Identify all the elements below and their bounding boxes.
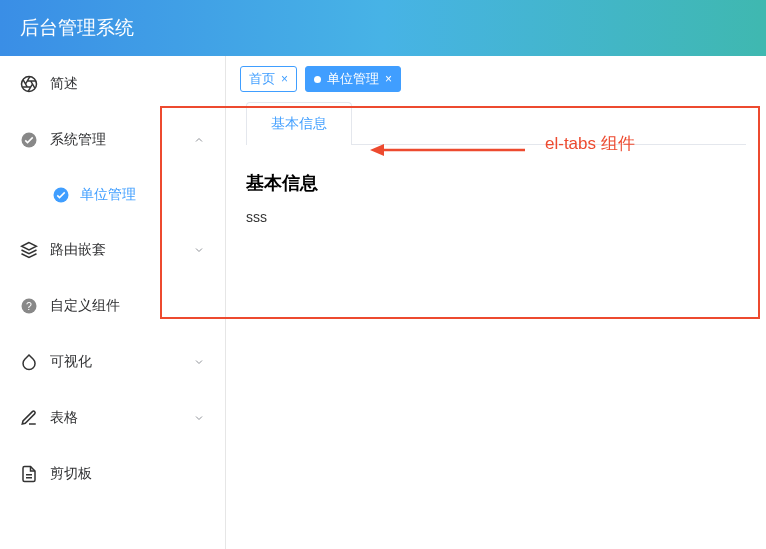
sidebar-item-label: 自定义组件	[50, 297, 120, 315]
sidebar-subitem-unit[interactable]: 单位管理	[0, 168, 225, 222]
sidebar-item-routes[interactable]: 路由嵌套	[0, 222, 225, 278]
drop-icon	[20, 353, 38, 371]
active-dot-icon	[314, 76, 321, 83]
chevron-down-icon	[193, 356, 205, 368]
chevron-down-icon	[193, 244, 205, 256]
sidebar-item-label: 路由嵌套	[50, 241, 106, 259]
tag-label: 单位管理	[327, 70, 379, 88]
svg-marker-3	[22, 243, 37, 251]
chevron-down-icon	[193, 412, 205, 424]
sidebar-item-label: 系统管理	[50, 131, 106, 149]
close-icon[interactable]: ×	[281, 73, 288, 85]
sidebar-item-visualization[interactable]: 可视化	[0, 334, 225, 390]
tag-unit[interactable]: 单位管理 ×	[305, 66, 401, 92]
sidebar-item-label: 表格	[50, 409, 78, 427]
sidebar-item-label: 剪切板	[50, 465, 92, 483]
chevron-up-icon	[193, 134, 205, 146]
check-circle-icon	[20, 131, 38, 149]
sidebar-subitem-label: 单位管理	[80, 186, 136, 204]
sidebar-item-label: 简述	[50, 75, 78, 93]
app-title: 后台管理系统	[20, 15, 134, 41]
panel-body: sss	[246, 209, 746, 225]
layers-icon	[20, 241, 38, 259]
sidebar: 简述 系统管理 单位管理 路由嵌套	[0, 56, 225, 549]
main-content: 首页 × 单位管理 × 基本信息 基本信息 sss	[225, 56, 766, 549]
panel-title: 基本信息	[246, 171, 746, 195]
tabs-header: 基本信息	[246, 102, 746, 145]
close-icon[interactable]: ×	[385, 73, 392, 85]
sidebar-item-overview[interactable]: 简述	[0, 56, 225, 112]
tab-label: 基本信息	[271, 115, 327, 131]
sidebar-item-label: 可视化	[50, 353, 92, 371]
aperture-icon	[20, 75, 38, 93]
app-header: 后台管理系统	[0, 0, 766, 56]
sidebar-item-clipboard[interactable]: 剪切板	[0, 446, 225, 502]
svg-point-2	[54, 188, 69, 203]
help-circle-icon: ?	[20, 297, 38, 315]
svg-text:?: ?	[26, 300, 32, 312]
tag-home[interactable]: 首页 ×	[240, 66, 297, 92]
document-icon	[20, 465, 38, 483]
sidebar-item-system[interactable]: 系统管理	[0, 112, 225, 168]
tag-label: 首页	[249, 70, 275, 88]
edit-icon	[20, 409, 38, 427]
tab-panel: 基本信息 sss	[246, 145, 746, 225]
svg-point-1	[22, 133, 37, 148]
check-circle-filled-icon	[52, 186, 70, 204]
sidebar-item-table[interactable]: 表格	[0, 390, 225, 446]
tags-bar: 首页 × 单位管理 ×	[226, 56, 766, 102]
tab-basic-info[interactable]: 基本信息	[246, 102, 352, 145]
sidebar-item-components[interactable]: ? 自定义组件	[0, 278, 225, 334]
